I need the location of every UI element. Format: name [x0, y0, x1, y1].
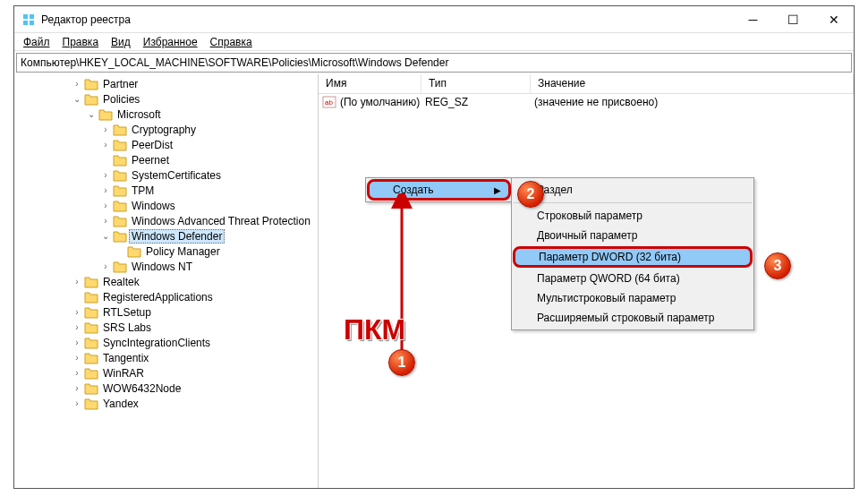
- tree-node[interactable]: ›SyncIntegrationClients: [72, 335, 318, 350]
- tree-node[interactable]: ›SRS Labs: [72, 320, 318, 335]
- folder-icon: [84, 367, 98, 380]
- expander-icon[interactable]: ›: [72, 383, 82, 393]
- menu-view[interactable]: Вид: [106, 34, 136, 50]
- context-submenu: Раздел Строковый параметр Двоичный парам…: [511, 177, 754, 330]
- context-item-section[interactable]: Раздел: [512, 180, 753, 200]
- expander-icon[interactable]: ›: [72, 338, 82, 347]
- expander-icon[interactable]: ›: [72, 368, 82, 378]
- main-area: ›Partner ⌄Policies ⌄Microsoft ›Cryptogra…: [14, 74, 854, 488]
- context-item-expandstring[interactable]: Расширяемый строковый параметр: [512, 308, 753, 328]
- folder-icon: [113, 184, 127, 197]
- menu-edit[interactable]: Правка: [57, 34, 105, 50]
- value-row-default[interactable]: ab (По умолчанию) REG_SZ (значение не пр…: [319, 94, 854, 110]
- folder-icon: [84, 306, 98, 319]
- expander-icon[interactable]: ⌄: [86, 109, 97, 119]
- expander-icon[interactable]: ›: [72, 398, 82, 408]
- tree-node[interactable]: ›RTLSetup: [72, 304, 318, 320]
- svg-rect-1: [30, 14, 34, 19]
- string-value-icon: ab: [322, 96, 336, 108]
- expander-icon[interactable]: ›: [72, 353, 82, 363]
- tree-node[interactable]: ›WinRAR: [72, 365, 318, 381]
- tree-node[interactable]: ›TPM: [100, 183, 318, 198]
- expander-icon[interactable]: ›: [100, 140, 111, 150]
- window-controls: ─ ☐ ✕: [733, 6, 854, 33]
- expander-icon[interactable]: ›: [100, 201, 111, 210]
- submenu-arrow-icon: ▶: [494, 185, 501, 195]
- context-item-string[interactable]: Строковый параметр: [512, 206, 753, 226]
- svg-text:ab: ab: [325, 98, 333, 107]
- folder-icon: [84, 337, 98, 349]
- expander-icon[interactable]: ›: [100, 185, 111, 195]
- values-pane[interactable]: Имя Тип Значение ab (По умолчанию) REG_S…: [319, 74, 854, 488]
- folder-icon: [113, 139, 127, 151]
- folder-icon: [84, 352, 98, 364]
- tree-node[interactable]: ›WOW6432Node: [72, 381, 318, 396]
- menu-separator: [514, 202, 752, 203]
- menubar: Файл Правка Вид Избранное Справка: [14, 33, 854, 51]
- tree-node[interactable]: ›RegisteredApplications: [72, 289, 318, 304]
- tree-node[interactable]: ›Cryptography: [100, 122, 318, 137]
- folder-icon: [84, 291, 98, 304]
- context-item-binary[interactable]: Двоичный параметр: [512, 226, 753, 245]
- svg-rect-2: [23, 21, 28, 25]
- folder-icon: [84, 93, 98, 106]
- folder-icon: [84, 398, 98, 410]
- tree-node[interactable]: ›Windows: [100, 198, 318, 213]
- folder-icon: [113, 230, 127, 243]
- expander-icon[interactable]: ⌄: [100, 231, 111, 241]
- context-item-create[interactable]: Создать ▶: [367, 179, 511, 201]
- tree-node[interactable]: ›Windows Advanced Threat Protection: [100, 213, 318, 228]
- folder-icon: [113, 124, 127, 136]
- context-menu: Создать ▶: [365, 177, 513, 202]
- minimize-button[interactable]: ─: [733, 6, 773, 33]
- expander-icon[interactable]: ›: [100, 261, 111, 271]
- tree-node-partner[interactable]: ›Partner: [72, 76, 318, 91]
- tree-node[interactable]: ›Policy Manager: [115, 244, 318, 259]
- svg-rect-0: [23, 14, 28, 19]
- tree-node[interactable]: ›Yandex: [72, 396, 318, 411]
- window-title: Редактор реестра: [41, 13, 733, 26]
- context-item-dword[interactable]: Параметр DWORD (32 бита): [513, 246, 753, 268]
- folder-icon: [113, 154, 127, 167]
- close-button[interactable]: ✕: [813, 6, 854, 33]
- folder-icon: [84, 276, 98, 288]
- titlebar: Редактор реестра ─ ☐ ✕: [14, 6, 854, 33]
- folder-icon: [84, 321, 98, 334]
- folder-icon: [84, 78, 98, 90]
- column-type[interactable]: Тип: [421, 74, 531, 93]
- context-item-qword[interactable]: Параметр QWORD (64 бита): [512, 269, 753, 288]
- folder-icon: [113, 200, 127, 212]
- expander-icon[interactable]: ›: [72, 277, 82, 286]
- tree-node[interactable]: ›PeerDist: [100, 137, 318, 152]
- address-bar[interactable]: Компьютер\HKEY_LOCAL_MACHINE\SOFTWARE\Po…: [16, 53, 852, 73]
- svg-rect-3: [30, 21, 34, 25]
- expander-icon[interactable]: ›: [100, 124, 111, 134]
- address-path: Компьютер\HKEY_LOCAL_MACHINE\SOFTWARE\Po…: [21, 56, 448, 69]
- expander-icon[interactable]: ›: [100, 216, 111, 226]
- context-item-multistring[interactable]: Мультистроковый параметр: [512, 288, 753, 308]
- menu-file[interactable]: Файл: [18, 34, 55, 50]
- value-name: (По умолчанию): [340, 96, 425, 108]
- expander-icon[interactable]: ⌄: [72, 94, 82, 104]
- menu-help[interactable]: Справка: [205, 34, 258, 50]
- maximize-button[interactable]: ☐: [773, 6, 813, 33]
- tree-node[interactable]: ›Tangentix: [72, 350, 318, 365]
- tree-node-microsoft[interactable]: ⌄Microsoft: [86, 107, 318, 122]
- tree-pane[interactable]: ›Partner ⌄Policies ⌄Microsoft ›Cryptogra…: [14, 74, 319, 488]
- expander-icon[interactable]: ›: [72, 322, 82, 332]
- tree-node[interactable]: ›SystemCertificates: [100, 167, 318, 183]
- column-value[interactable]: Значение: [531, 74, 854, 93]
- expander-icon[interactable]: ›: [72, 307, 82, 317]
- list-header: Имя Тип Значение: [319, 74, 854, 94]
- tree-node-policies[interactable]: ⌄Policies: [72, 91, 318, 107]
- column-name[interactable]: Имя: [319, 74, 421, 93]
- menu-favorites[interactable]: Избранное: [138, 34, 203, 50]
- list-body[interactable]: ab (По умолчанию) REG_SZ (значение не пр…: [319, 94, 854, 488]
- tree-node[interactable]: ›Windows NT: [100, 259, 318, 274]
- expander-icon[interactable]: ›: [72, 79, 82, 89]
- expander-icon[interactable]: ›: [100, 170, 111, 180]
- tree-node[interactable]: ›Peernet: [100, 152, 318, 167]
- value-data: (значение не присвоено): [534, 96, 658, 108]
- tree-node-defender[interactable]: ⌄Windows Defender: [100, 228, 318, 244]
- tree-node[interactable]: ›Realtek: [72, 274, 318, 289]
